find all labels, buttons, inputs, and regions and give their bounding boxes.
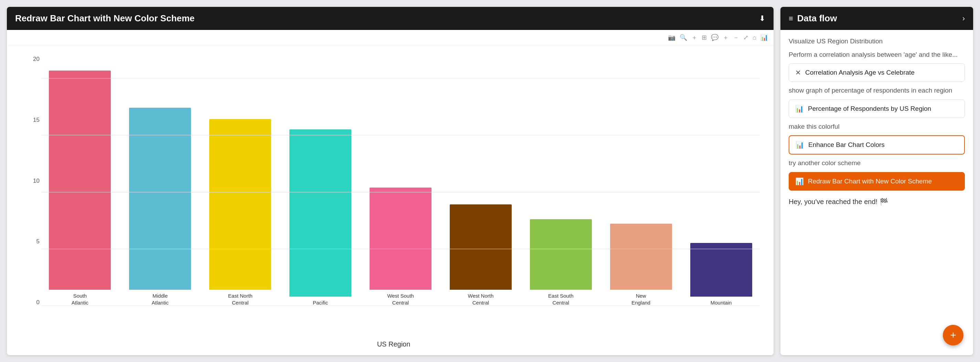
dataflow-header-left: ≡ Data flow	[789, 13, 837, 24]
fab-add-button[interactable]: +	[943, 325, 964, 346]
dataflow-content: Visualize US Region DistributionPerform …	[780, 30, 973, 355]
dataflow-panel: ≡ Data flow › Visualize US Region Distri…	[780, 7, 973, 355]
flow-description: try another color scheme	[789, 159, 965, 168]
flow-card-label: Enhance Bar Chart Colors	[808, 141, 885, 149]
flow-description: make this colorful	[789, 122, 965, 132]
flow-card-label: Redraw Bar Chart with New Color Scheme	[808, 178, 932, 185]
chart-panel: Redraw Bar Chart with New Color Scheme ⬇…	[7, 7, 773, 355]
flow-card-label: Correlation Analysis Age vs Celebrate	[805, 69, 915, 76]
barchart-icon[interactable]: 📊	[760, 34, 768, 41]
y-tick-15: 15	[27, 117, 40, 124]
dataflow-chevron[interactable]: ›	[963, 14, 965, 23]
y-tick-10: 10	[27, 178, 40, 184]
download-icon[interactable]: ⬇	[759, 14, 765, 23]
add-icon[interactable]: ＋	[722, 33, 729, 41]
y-tick-0: 0	[27, 299, 40, 306]
y-tick-20: 20	[27, 56, 40, 63]
flow-description: Perform a correlation analysis between '…	[789, 50, 965, 60]
x-axis-label: US Region	[27, 340, 760, 348]
bars-wrapper: 0 5 10 15 20 SouthAtlanticMiddleAtlantic…	[27, 56, 760, 337]
flow-description: Visualize US Region Distribution	[789, 37, 965, 46]
gridline	[41, 249, 760, 249]
flow-card[interactable]: 📊Enhance Bar Chart Colors	[789, 135, 965, 154]
gridline	[41, 78, 760, 78]
dataflow-title: Data flow	[797, 13, 837, 24]
dataflow-icon: ≡	[789, 14, 793, 23]
gridline	[41, 192, 760, 192]
chart-toolbar: 📷 🔍 ＋ ⊞ 💬 ＋ － ⤢ ⌂ 📊	[7, 30, 773, 45]
chart-header: Redraw Bar Chart with New Color Scheme ⬇	[7, 7, 773, 30]
camera-icon[interactable]: 📷	[668, 34, 676, 41]
chart-container: Percentage of Respondents 0 5 10 15 20 S…	[27, 56, 760, 348]
flow-card-active[interactable]: 📊Redraw Bar Chart with New Color Scheme	[789, 172, 965, 191]
minus-icon[interactable]: －	[733, 33, 739, 41]
chart-title: Redraw Bar Chart with New Color Scheme	[15, 13, 195, 24]
flow-card[interactable]: 📊Percentage of Respondents by US Region	[789, 100, 965, 118]
plus-icon[interactable]: ＋	[691, 33, 697, 41]
y-gridlines	[41, 56, 760, 306]
flow-card[interactable]: ✕Correlation Analysis Age vs Celebrate	[789, 64, 965, 82]
flow-card-icon: 📊	[795, 141, 804, 149]
gridline	[41, 135, 760, 135]
flow-card-icon: ✕	[795, 68, 801, 77]
dataflow-header: ≡ Data flow ›	[780, 7, 973, 30]
grid-icon[interactable]: ⊞	[702, 34, 707, 41]
flow-card-icon: 📊	[795, 177, 804, 186]
flow-description: show graph of percentage of respondents …	[789, 86, 965, 95]
y-axis: 0 5 10 15 20	[27, 56, 40, 306]
expand-icon[interactable]: ⤢	[743, 34, 748, 41]
flow-card-icon: 📊	[795, 105, 804, 113]
flow-card-label: Percentage of Respondents by US Region	[808, 105, 931, 113]
home-icon[interactable]: ⌂	[752, 34, 756, 41]
y-tick-5: 5	[27, 238, 40, 245]
comment-icon[interactable]: 💬	[711, 34, 719, 41]
zoom-icon[interactable]: 🔍	[679, 34, 687, 41]
end-message: Hey, you've reached the end! 🏁	[789, 197, 965, 206]
chart-area: Percentage of Respondents 0 5 10 15 20 S…	[7, 45, 773, 355]
